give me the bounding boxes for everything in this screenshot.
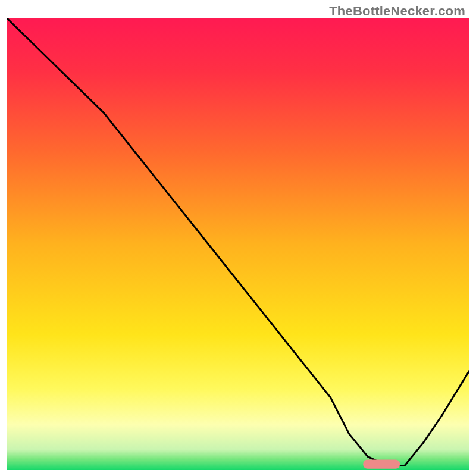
- optimal-range-marker: [363, 460, 400, 469]
- bottleneck-chart: [7, 18, 469, 470]
- watermark-text: TheBottleNecker.com: [329, 4, 465, 19]
